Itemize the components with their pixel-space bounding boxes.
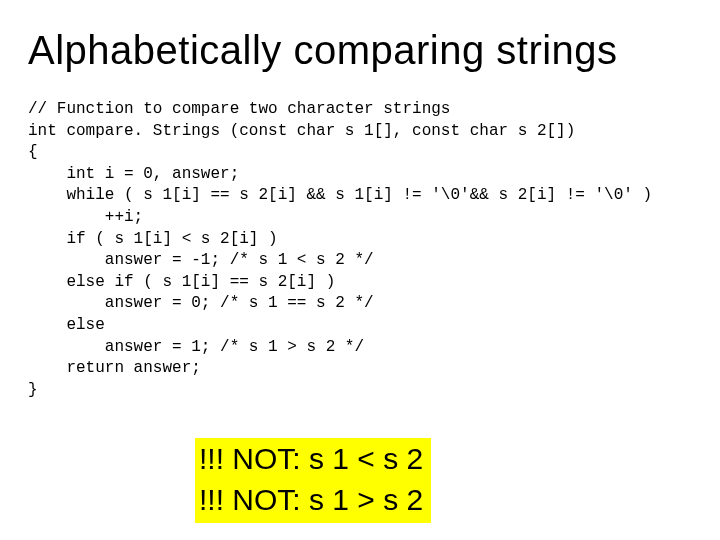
- code-line: int compare. Strings (const char s 1[], …: [28, 122, 575, 140]
- code-block: // Function to compare two character str…: [28, 99, 692, 401]
- callout-line: !!! NOT: s 1 > s 2: [199, 480, 423, 521]
- code-line: // Function to compare two character str…: [28, 100, 450, 118]
- callout-box: !!! NOT: s 1 < s 2 !!! NOT: s 1 > s 2: [195, 438, 431, 523]
- code-line: else if ( s 1[i] == s 2[i] ): [28, 273, 335, 291]
- code-line: {: [28, 143, 38, 161]
- code-line: while ( s 1[i] == s 2[i] && s 1[i] != '\…: [28, 186, 652, 204]
- slide-title: Alphabetically comparing strings: [28, 28, 692, 73]
- code-line: return answer;: [28, 359, 201, 377]
- code-line: if ( s 1[i] < s 2[i] ): [28, 230, 278, 248]
- code-line: answer = 0; /* s 1 == s 2 */: [28, 294, 374, 312]
- slide: Alphabetically comparing strings // Func…: [0, 0, 720, 540]
- callout-line: !!! NOT: s 1 < s 2: [199, 439, 423, 480]
- code-line: answer = -1; /* s 1 < s 2 */: [28, 251, 374, 269]
- code-line: answer = 1; /* s 1 > s 2 */: [28, 338, 364, 356]
- code-line: else: [28, 316, 105, 334]
- code-line: }: [28, 381, 38, 399]
- code-line: int i = 0, answer;: [28, 165, 239, 183]
- code-line: ++i;: [28, 208, 143, 226]
